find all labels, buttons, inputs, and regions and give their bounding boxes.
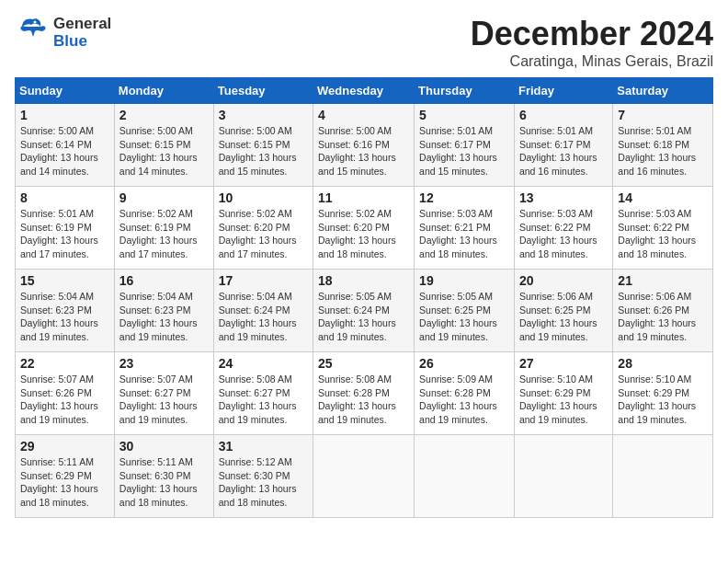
calendar-cell <box>514 435 612 518</box>
calendar-cell: 16 Sunrise: 5:04 AM Sunset: 6:23 PM Dayl… <box>114 270 213 352</box>
calendar-cell: 15 Sunrise: 5:04 AM Sunset: 6:23 PM Dayl… <box>16 270 115 352</box>
day-number: 29 <box>20 439 109 454</box>
calendar-cell: 10 Sunrise: 5:02 AM Sunset: 6:20 PM Dayl… <box>213 187 313 270</box>
calendar-cell: 19 Sunrise: 5:05 AM Sunset: 6:25 PM Dayl… <box>415 270 515 352</box>
calendar-cell: 1 Sunrise: 5:00 AM Sunset: 6:14 PM Dayli… <box>16 104 115 187</box>
day-number: 3 <box>219 108 308 122</box>
page-header: General Blue December 2024 Caratinga, Mi… <box>15 15 713 70</box>
day-number: 26 <box>419 356 509 371</box>
day-info: Sunrise: 5:03 AM Sunset: 6:22 PM Dayligh… <box>519 207 608 261</box>
calendar-cell: 3 Sunrise: 5:00 AM Sunset: 6:15 PM Dayli… <box>213 104 313 187</box>
day-info: Sunrise: 5:02 AM Sunset: 6:20 PM Dayligh… <box>219 207 308 261</box>
day-info: Sunrise: 5:10 AM Sunset: 6:29 PM Dayligh… <box>519 373 608 427</box>
day-header-monday: Monday <box>114 78 213 104</box>
day-number: 5 <box>419 108 509 122</box>
day-info: Sunrise: 5:02 AM Sunset: 6:20 PM Dayligh… <box>318 207 409 261</box>
day-number: 18 <box>318 273 409 288</box>
day-info: Sunrise: 5:01 AM Sunset: 6:17 PM Dayligh… <box>419 124 509 178</box>
day-number: 24 <box>219 356 308 371</box>
day-number: 27 <box>519 356 608 371</box>
calendar-cell: 8 Sunrise: 5:01 AM Sunset: 6:19 PM Dayli… <box>16 187 115 270</box>
svg-point-0 <box>34 21 37 24</box>
day-number: 12 <box>419 190 509 205</box>
day-info: Sunrise: 5:02 AM Sunset: 6:19 PM Dayligh… <box>119 207 209 261</box>
calendar-cell: 14 Sunrise: 5:03 AM Sunset: 6:22 PM Dayl… <box>613 187 713 270</box>
day-info: Sunrise: 5:11 AM Sunset: 6:29 PM Dayligh… <box>20 455 109 510</box>
day-header-wednesday: Wednesday <box>313 78 415 104</box>
calendar-cell: 17 Sunrise: 5:04 AM Sunset: 6:24 PM Dayl… <box>213 270 313 352</box>
day-number: 10 <box>219 190 308 205</box>
calendar-cell <box>613 435 713 518</box>
calendar-cell: 23 Sunrise: 5:07 AM Sunset: 6:27 PM Dayl… <box>114 352 213 435</box>
day-info: Sunrise: 5:01 AM Sunset: 6:18 PM Dayligh… <box>618 124 708 178</box>
day-info: Sunrise: 5:05 AM Sunset: 6:24 PM Dayligh… <box>318 290 409 344</box>
day-info: Sunrise: 5:00 AM Sunset: 6:15 PM Dayligh… <box>119 124 209 178</box>
logo: General Blue <box>15 15 111 52</box>
logo-line2: Blue <box>53 33 111 51</box>
day-number: 8 <box>20 190 109 205</box>
day-info: Sunrise: 5:07 AM Sunset: 6:26 PM Dayligh… <box>20 373 109 427</box>
day-number: 22 <box>20 356 109 371</box>
day-number: 19 <box>419 273 509 288</box>
day-info: Sunrise: 5:08 AM Sunset: 6:27 PM Dayligh… <box>219 373 308 427</box>
logo-line1: General <box>53 16 111 33</box>
day-header-saturday: Saturday <box>613 78 713 104</box>
calendar-cell: 4 Sunrise: 5:00 AM Sunset: 6:16 PM Dayli… <box>313 104 415 187</box>
day-info: Sunrise: 5:10 AM Sunset: 6:29 PM Dayligh… <box>618 373 708 427</box>
calendar-cell: 12 Sunrise: 5:03 AM Sunset: 6:21 PM Dayl… <box>415 187 515 270</box>
day-number: 1 <box>20 108 109 122</box>
calendar-cell: 20 Sunrise: 5:06 AM Sunset: 6:25 PM Dayl… <box>514 270 612 352</box>
logo-text-block: General Blue <box>53 16 111 50</box>
calendar-cell: 18 Sunrise: 5:05 AM Sunset: 6:24 PM Dayl… <box>313 270 415 352</box>
day-header-thursday: Thursday <box>415 78 515 104</box>
day-number: 2 <box>119 108 209 122</box>
calendar-cell: 21 Sunrise: 5:06 AM Sunset: 6:26 PM Dayl… <box>613 270 713 352</box>
calendar-cell: 31 Sunrise: 5:12 AM Sunset: 6:30 PM Dayl… <box>213 435 313 518</box>
day-number: 31 <box>219 439 308 454</box>
day-info: Sunrise: 5:06 AM Sunset: 6:26 PM Dayligh… <box>618 290 708 344</box>
day-info: Sunrise: 5:00 AM Sunset: 6:14 PM Dayligh… <box>20 124 109 178</box>
day-info: Sunrise: 5:00 AM Sunset: 6:15 PM Dayligh… <box>219 124 308 178</box>
calendar-cell: 13 Sunrise: 5:03 AM Sunset: 6:22 PM Dayl… <box>514 187 612 270</box>
day-info: Sunrise: 5:03 AM Sunset: 6:22 PM Dayligh… <box>618 207 708 261</box>
location: Caratinga, Minas Gerais, Brazil <box>471 53 713 70</box>
day-number: 7 <box>618 108 708 122</box>
day-number: 17 <box>219 273 308 288</box>
calendar-cell: 29 Sunrise: 5:11 AM Sunset: 6:29 PM Dayl… <box>16 435 115 518</box>
calendar-table: SundayMondayTuesdayWednesdayThursdayFrid… <box>15 77 713 518</box>
day-number: 20 <box>519 273 608 288</box>
logo: General Blue <box>15 15 111 52</box>
calendar-cell: 26 Sunrise: 5:09 AM Sunset: 6:28 PM Dayl… <box>415 352 515 435</box>
day-header-sunday: Sunday <box>16 78 115 104</box>
day-number: 6 <box>519 108 608 122</box>
day-info: Sunrise: 5:07 AM Sunset: 6:27 PM Dayligh… <box>119 373 209 427</box>
day-info: Sunrise: 5:05 AM Sunset: 6:25 PM Dayligh… <box>419 290 509 344</box>
day-info: Sunrise: 5:04 AM Sunset: 6:24 PM Dayligh… <box>219 290 308 344</box>
calendar-cell: 7 Sunrise: 5:01 AM Sunset: 6:18 PM Dayli… <box>613 104 713 187</box>
day-info: Sunrise: 5:01 AM Sunset: 6:17 PM Dayligh… <box>519 124 608 178</box>
calendar-cell <box>415 435 515 518</box>
month-title: December 2024 <box>471 15 713 53</box>
day-number: 15 <box>20 273 109 288</box>
day-info: Sunrise: 5:01 AM Sunset: 6:19 PM Dayligh… <box>20 207 109 261</box>
calendar-cell: 25 Sunrise: 5:08 AM Sunset: 6:28 PM Dayl… <box>313 352 415 435</box>
title-block: December 2024 Caratinga, Minas Gerais, B… <box>471 15 713 70</box>
day-number: 23 <box>119 356 209 371</box>
day-number: 4 <box>318 108 409 122</box>
day-info: Sunrise: 5:09 AM Sunset: 6:28 PM Dayligh… <box>419 373 509 427</box>
calendar-cell <box>313 435 415 518</box>
day-number: 11 <box>318 190 409 205</box>
day-number: 25 <box>318 356 409 371</box>
calendar-cell: 30 Sunrise: 5:11 AM Sunset: 6:30 PM Dayl… <box>114 435 213 518</box>
calendar-cell: 9 Sunrise: 5:02 AM Sunset: 6:19 PM Dayli… <box>114 187 213 270</box>
day-number: 9 <box>119 190 209 205</box>
calendar-cell: 27 Sunrise: 5:10 AM Sunset: 6:29 PM Dayl… <box>514 352 612 435</box>
calendar-cell: 5 Sunrise: 5:01 AM Sunset: 6:17 PM Dayli… <box>415 104 515 187</box>
day-info: Sunrise: 5:12 AM Sunset: 6:30 PM Dayligh… <box>219 455 308 510</box>
day-info: Sunrise: 5:06 AM Sunset: 6:25 PM Dayligh… <box>519 290 608 344</box>
day-number: 21 <box>618 273 708 288</box>
day-info: Sunrise: 5:03 AM Sunset: 6:21 PM Dayligh… <box>419 207 509 261</box>
day-number: 30 <box>119 439 209 454</box>
day-info: Sunrise: 5:00 AM Sunset: 6:16 PM Dayligh… <box>318 124 409 178</box>
day-number: 14 <box>618 190 708 205</box>
